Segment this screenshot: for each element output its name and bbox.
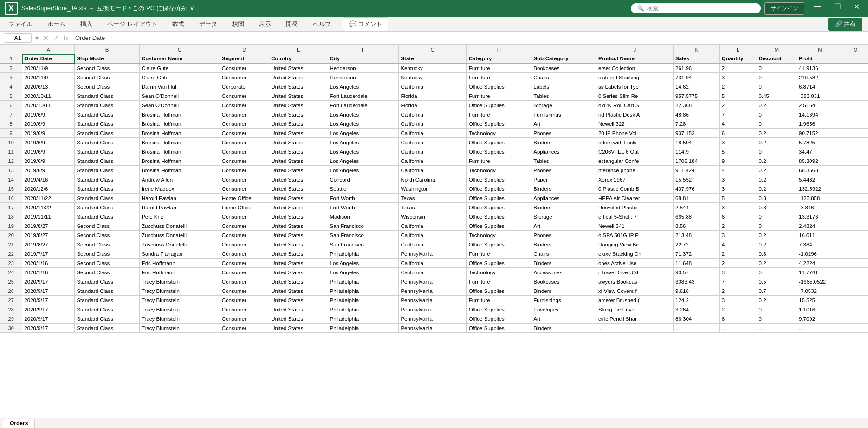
table-cell[interactable]: Furniture	[466, 277, 531, 286]
col-header-j[interactable]: J	[596, 45, 673, 54]
search-box[interactable]: 🔍	[631, 3, 761, 13]
table-cell[interactable]: Art	[531, 119, 596, 129]
table-cell[interactable]: -123.858	[797, 194, 843, 203]
table-cell[interactable]: Brosina Hoffman	[139, 147, 220, 156]
table-cell[interactable]: Standard Class	[75, 91, 140, 101]
minimize-button[interactable]: —	[810, 2, 825, 15]
table-cell[interactable]: 0.2	[757, 184, 797, 194]
table-cell[interactable]: Profit	[797, 54, 843, 64]
table-cell[interactable]: 3	[719, 231, 757, 240]
table-cell[interactable]: Office Supplies	[466, 101, 531, 110]
col-header-b[interactable]: B	[75, 45, 140, 54]
table-cell[interactable]: Art	[531, 221, 596, 231]
table-cell[interactable]: United States	[269, 203, 328, 212]
table-cell[interactable]: Consumer	[220, 268, 269, 277]
table-cell[interactable]: Standard Class	[75, 286, 140, 296]
table-cell[interactable]: Labels	[531, 82, 596, 91]
table-cell[interactable]: -1.0196	[797, 249, 843, 259]
table-cell[interactable]: Consumer	[220, 277, 269, 286]
table-cell[interactable]: 4	[719, 166, 757, 175]
col-header-n[interactable]: N	[797, 45, 843, 54]
table-cell[interactable]: 2020/9/17	[22, 277, 75, 286]
table-cell[interactable]: Furnishings	[531, 296, 596, 305]
table-cell[interactable]: Standard Class	[75, 129, 140, 138]
table-cell[interactable]: United States	[269, 305, 328, 314]
table-cell[interactable]: 11.648	[674, 259, 720, 268]
table-cell[interactable]: Brosina Hoffman	[139, 138, 220, 147]
table-cell[interactable]: Binders	[531, 324, 596, 333]
table-cell[interactable]: Second Class	[75, 249, 140, 259]
table-cell[interactable]: 3	[719, 268, 757, 277]
table-cell[interactable]: Henderson	[328, 73, 399, 82]
table-cell[interactable]: United States	[269, 156, 328, 166]
table-cell[interactable]: San Francisco	[328, 231, 399, 240]
table-cell[interactable]: Consumer	[220, 286, 269, 296]
cell-reference[interactable]	[4, 33, 32, 43]
table-cell[interactable]: Furniture	[466, 73, 531, 82]
table-cell[interactable]: 3	[719, 73, 757, 82]
table-cell[interactable]: 18.504	[674, 138, 720, 147]
table-cell[interactable]: Second Class	[75, 73, 140, 82]
formula-bar-check[interactable]: ✓	[53, 34, 59, 42]
table-cell[interactable]: Tracy Blumstein	[139, 324, 220, 333]
table-cell[interactable]: California	[399, 119, 466, 129]
table-cell[interactable]: 6.8714	[797, 82, 843, 91]
table-cell[interactable]: California	[399, 259, 466, 268]
table-cell[interactable]: old 'N Roll Cart S	[596, 101, 673, 110]
table-cell[interactable]: 2020/11/9	[22, 64, 75, 73]
table-cell[interactable]: Los Angeles	[328, 259, 399, 268]
table-cell[interactable]: Bookcases	[531, 277, 596, 286]
table-cell[interactable]: 2019/6/9	[22, 129, 75, 138]
table-cell[interactable]: United States	[269, 147, 328, 156]
table-cell[interactable]: -1665.0522	[797, 277, 843, 286]
table-cell[interactable]: Consumer	[220, 166, 269, 175]
table-cell[interactable]: Fort Worth	[328, 194, 399, 203]
table-cell[interactable]: Sandra Flanagan	[139, 249, 220, 259]
table-cell[interactable]: Brosina Hoffman	[139, 119, 220, 129]
table-cell[interactable]: Tracy Blumstein	[139, 305, 220, 314]
table-cell[interactable]: 2020/1/16	[22, 268, 75, 277]
table-cell[interactable]: Consumer	[220, 305, 269, 314]
table-cell[interactable]: Consumer	[220, 119, 269, 129]
table-cell[interactable]: 15.552	[674, 175, 720, 184]
table-cell[interactable]: Furniture	[466, 91, 531, 101]
table-cell[interactable]: Binders	[531, 259, 596, 268]
table-cell[interactable]: Tables	[531, 91, 596, 101]
table-cell[interactable]: Los Angeles	[328, 166, 399, 175]
table-cell[interactable]: Standard Class	[75, 110, 140, 119]
formula-bar-x[interactable]: ✕	[43, 34, 49, 42]
table-cell[interactable]: Consumer	[220, 129, 269, 138]
ribbon-data[interactable]: データ	[196, 18, 220, 30]
table-cell[interactable]: United States	[269, 231, 328, 240]
table-cell[interactable]: 4.2224	[797, 259, 843, 268]
table-cell[interactable]: 1706.184	[674, 156, 720, 166]
table-cell[interactable]: 5	[719, 194, 757, 203]
table-cell[interactable]: Segment	[220, 54, 269, 64]
table-cell[interactable]: 2019/6/9	[22, 119, 75, 129]
table-cell[interactable]: United States	[269, 138, 328, 147]
table-cell[interactable]: 22.368	[674, 101, 720, 110]
ribbon-formulas[interactable]: 数式	[169, 18, 187, 30]
table-cell[interactable]: Consumer	[220, 110, 269, 119]
signin-button[interactable]: サインイン	[764, 2, 804, 15]
table-cell[interactable]: Consumer	[220, 184, 269, 194]
ribbon-dev[interactable]: 開発	[283, 18, 301, 30]
table-cell[interactable]: 9	[719, 156, 757, 166]
table-cell[interactable]: 5.4432	[797, 175, 843, 184]
table-cell[interactable]: Pennsylvania	[399, 249, 466, 259]
col-header-d[interactable]: D	[220, 45, 269, 54]
table-cell[interactable]: 2	[719, 286, 757, 296]
table-cell[interactable]: Eric Hoffmann	[139, 259, 220, 268]
table-cell[interactable]: Kentucky	[399, 73, 466, 82]
table-cell[interactable]: Appliances	[531, 194, 596, 203]
table-cell[interactable]: 3083.43	[674, 277, 720, 286]
table-cell[interactable]: ertical 5-Shelf: 7	[596, 212, 673, 221]
table-cell[interactable]: 2	[719, 221, 757, 231]
table-cell[interactable]: 0.2	[757, 240, 797, 249]
table-cell[interactable]: Second Class	[75, 64, 140, 73]
table-cell[interactable]: Los Angeles	[328, 82, 399, 91]
table-cell[interactable]: 9.618	[674, 286, 720, 296]
table-cell[interactable]: Appliances	[531, 147, 596, 156]
table-cell[interactable]: Brosina Hoffman	[139, 110, 220, 119]
table-cell[interactable]: San Francisco	[328, 240, 399, 249]
